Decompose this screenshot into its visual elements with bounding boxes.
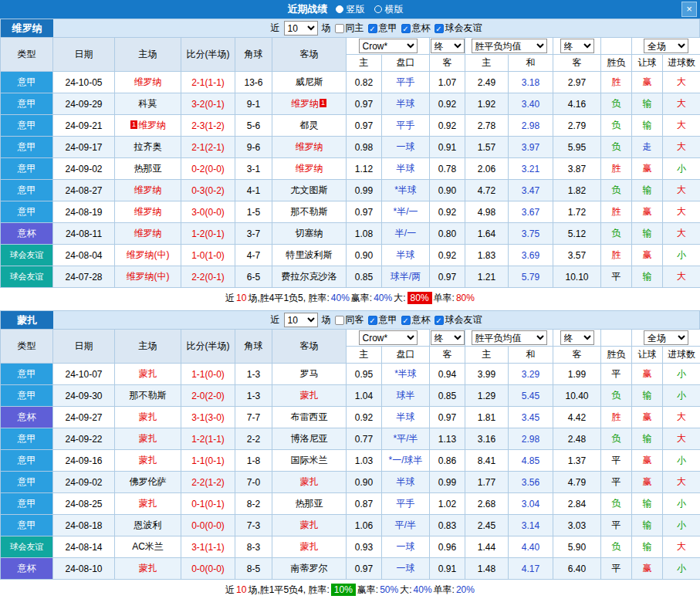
handicap-line: *半/一 xyxy=(382,201,430,223)
team-name-text: 维罗纳 xyxy=(134,76,162,87)
team-cell: 1维罗纳 xyxy=(115,115,181,137)
column-header-draw: 和 xyxy=(509,347,553,364)
avg-draw-odds: 4.85 xyxy=(509,450,553,472)
match-score: 0-1(0-1) xyxy=(181,493,235,515)
corner-count: 1-3 xyxy=(235,364,272,385)
handicap-line: 球半 xyxy=(382,385,430,407)
away-handicap-odds: 0.80 xyxy=(430,223,465,245)
odds-company-select[interactable]: Crow* xyxy=(359,330,418,345)
team-cell: 罗马 xyxy=(272,364,347,385)
checkbox-league-icon[interactable]: ✓ xyxy=(368,24,377,33)
filter-cup[interactable]: ✓意杯 xyxy=(401,313,431,327)
team-name-text: 国际米兰 xyxy=(291,455,328,465)
column-header-home_odds: 主 xyxy=(347,347,382,364)
goals-indicator: 大 xyxy=(663,472,700,493)
match-scope-select[interactable]: 全场 xyxy=(644,330,688,345)
filter-league[interactable]: ✓意甲 xyxy=(368,313,397,327)
checkbox-friendly-icon[interactable]: ✓ xyxy=(435,24,444,33)
match-date: 24-09-22 xyxy=(53,428,115,450)
away-handicap-odds: 0.78 xyxy=(430,158,465,180)
team-name-text: 维罗纳 xyxy=(296,141,323,152)
recent-count-select[interactable]: 10 xyxy=(284,313,318,327)
match-type-badge: 意甲 xyxy=(1,72,53,93)
europe-average-select[interactable]: 胜平负均值 xyxy=(472,330,547,345)
result-indicator: 胜 xyxy=(601,158,632,180)
team-cell: 维罗纳1 xyxy=(272,93,347,115)
away-handicap-odds: 0.83 xyxy=(430,515,465,536)
team-cell: 维罗纳 xyxy=(115,201,181,223)
recent-count-select[interactable]: 10 xyxy=(284,21,318,36)
away-handicap-odds: 0.97 xyxy=(430,266,465,288)
result-indicator: 胜 xyxy=(601,201,632,223)
handicap-final-select[interactable]: 终 xyxy=(431,39,465,53)
filter-label-friendly: 球会友谊 xyxy=(445,313,482,327)
column-header-away_odds: 客 xyxy=(430,55,465,72)
handicap-result-indicator: 赢 xyxy=(632,407,663,428)
team-cell: 恩波利 xyxy=(115,515,181,536)
checkbox-cup-icon[interactable]: ✓ xyxy=(401,24,411,33)
home-handicap-odds: 0.97 xyxy=(347,115,382,137)
filter-same-away[interactable]: 同客 xyxy=(335,313,364,327)
result-indicator: 负 xyxy=(601,493,632,515)
result-indicator: 负 xyxy=(601,536,632,558)
filter-friendly[interactable]: ✓球会友谊 xyxy=(435,313,482,327)
goals-indicator: 大 xyxy=(663,201,700,223)
europe-final-select[interactable]: 终 xyxy=(560,330,594,345)
checkbox-same-home-icon[interactable] xyxy=(335,24,344,33)
team-name-text: 维罗纳 xyxy=(138,120,166,130)
radio-vertical-layout[interactable]: 竖版 xyxy=(336,3,365,16)
result-indicator: 负 xyxy=(601,180,632,201)
match-scope-select[interactable]: 全场 xyxy=(644,39,688,53)
team-name-text: 都灵 xyxy=(300,120,319,130)
team-name-text: 维罗纳 xyxy=(134,184,162,195)
empty-header-cell xyxy=(601,38,632,55)
match-scope-select-cell: 全场 xyxy=(632,38,700,55)
red-card-badge: 1 xyxy=(130,120,137,129)
checkbox-same-away-icon[interactable] xyxy=(335,316,344,325)
result-indicator: 平 xyxy=(601,450,632,472)
summary-segment: 单率: xyxy=(434,292,455,305)
filter-cup[interactable]: ✓意杯 xyxy=(401,22,431,35)
match-date: 24-08-10 xyxy=(53,558,115,580)
odds-company-select[interactable]: Crow* xyxy=(359,39,418,53)
match-row: 球会友谊24-08-04维罗纳(中)1-0(1-0)4-7特里波利斯0.90半球… xyxy=(1,245,700,266)
handicap-result-indicator: 输 xyxy=(632,93,663,115)
away-handicap-odds: 0.94 xyxy=(430,364,465,385)
checkbox-cup-icon[interactable]: ✓ xyxy=(401,316,411,325)
europe-final-select[interactable]: 终 xyxy=(560,39,594,53)
team-name-text: 热那亚 xyxy=(134,163,162,174)
filter-league[interactable]: ✓意甲 xyxy=(368,22,397,35)
match-row: 意甲24-09-02佛罗伦萨2-2(1-2)7-0蒙扎0.90半球0.991.7… xyxy=(1,472,700,493)
avg-win-odds: 2.45 xyxy=(465,515,509,536)
team-cell: 蒙扎 xyxy=(272,385,347,407)
checkbox-friendly-icon[interactable]: ✓ xyxy=(435,316,444,325)
column-header-result: 胜负 xyxy=(601,55,632,72)
radio-horizontal-layout[interactable]: 横版 xyxy=(374,3,404,16)
filter-friendly[interactable]: ✓球会友谊 xyxy=(435,22,482,35)
match-score: 2-1(2-1) xyxy=(181,137,235,158)
handicap-final-select[interactable]: 终 xyxy=(431,330,465,345)
home-handicap-odds: 0.99 xyxy=(347,180,382,201)
checkbox-league-icon[interactable]: ✓ xyxy=(368,316,377,325)
team-section: 维罗纳近10场同主✓意甲✓意杯✓球会友谊类型日期主场比分(半场)角球客场Crow… xyxy=(0,19,700,308)
team-cell: 蒙扎 xyxy=(115,428,181,450)
avg-lose-odds: 1.37 xyxy=(553,450,601,472)
handicap-result-indicator: 赢 xyxy=(632,245,663,266)
column-header-win: 主 xyxy=(465,55,509,72)
goals-indicator: 大 xyxy=(663,266,700,288)
radio-vertical-label: 竖版 xyxy=(347,3,365,16)
avg-draw-odds: 3.40 xyxy=(509,93,553,115)
filter-same-home[interactable]: 同主 xyxy=(335,22,364,35)
summary-segment: 赢率: xyxy=(351,292,372,305)
match-row: 意甲24-08-25蒙扎0-1(0-1)8-2热那亚0.87平手1.022.68… xyxy=(1,493,700,515)
corner-count: 6-5 xyxy=(235,266,272,288)
match-date: 24-09-02 xyxy=(53,158,115,180)
summary-segment: 40% xyxy=(374,293,392,303)
handicap-result-indicator: 赢 xyxy=(632,364,663,385)
europe-average-select[interactable]: 胜平负均值 xyxy=(472,39,547,53)
close-icon[interactable]: × xyxy=(681,2,697,17)
team-name-text: 蒙扎 xyxy=(139,411,157,422)
avg-win-odds: 1.48 xyxy=(465,558,509,580)
avg-lose-odds: 2.97 xyxy=(553,72,601,93)
home-handicap-odds: 1.03 xyxy=(347,450,382,472)
